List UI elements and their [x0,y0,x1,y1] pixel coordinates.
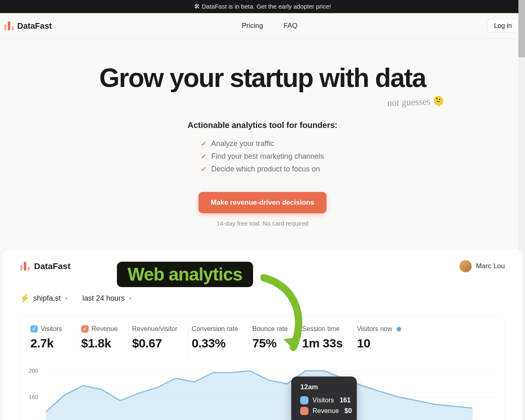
demo-brand-name: DataFast [34,261,71,271]
hero-subtitle: Actionable analytics tool for founders: [0,121,525,130]
hero: Grow your startup with data not guesses … [0,39,525,227]
hero-title: Grow your startup with data [99,64,426,92]
brand-name: DataFast [17,21,52,31]
stat-value: 0.33% [192,336,238,350]
chevron-down-icon: ▾ [65,295,68,301]
avatar [459,260,472,272]
check-icon: ✓ [201,153,206,160]
stat-visitors[interactable]: ✓ Visitors 2.7k [29,324,78,355]
square-icon [300,396,308,404]
feature-item: ✓ Decide which product to focus on [201,163,324,176]
stat-conversion[interactable]: Conversion rate 0.33% [188,324,249,355]
hero-cursive: not guesses 🫠 [387,96,445,109]
nav-pricing[interactable]: Pricing [242,22,263,30]
cta-button[interactable]: Make revenue-driven decisions [199,192,326,213]
visitors-chart [46,359,472,420]
tooltip-revenue-value: $0 [345,407,352,415]
cta-subtext: 14-day free trial. No card required [0,220,525,227]
site-selector[interactable]: ⚡ shipfa.st ▾ [20,294,68,303]
stat-value: 2.7k [30,336,67,350]
stat-label: Conversion rate [192,325,238,333]
scrollbar-thumb[interactable] [518,0,525,57]
stat-label: Revenue [91,325,118,333]
nav-faq[interactable]: FAQ [283,22,297,30]
analytics-demo: DataFast Marc Lou Web analytics ⚡ shipfa… [2,248,523,420]
stat-value: $0.67 [132,336,177,350]
stat-label: Bounce rate [252,325,288,333]
chart-tooltip: 12am Visitors 161 Revenue $0 [291,377,357,420]
check-icon: ✓ [201,165,206,173]
stat-revenue[interactable]: ✓ Revenue $1.8k [78,324,129,355]
checkbox-icon[interactable]: ✓ [81,325,89,333]
feature-text: Find your best marketing channels [211,152,324,161]
range-selector[interactable]: last 24 hours ▾ [82,294,132,303]
chart-area: 200 160 120 12am Visitors 161 [29,359,496,420]
tooltip-visitors-label: Visitors [313,397,334,404]
check-icon: ✓ [201,140,206,148]
logo-icon [20,262,30,271]
demo-brand: DataFast [20,261,71,271]
feature-text: Decide which product to focus on [211,165,320,173]
site-selector-label: shipfa.st [33,294,61,303]
logo-icon [2,21,14,30]
y-tick: 200 [29,368,38,374]
feature-item: ✓ Analyze your traffic [201,137,324,150]
chevron-down-icon: ▾ [129,295,132,301]
feature-text: Analyze your traffic [211,139,274,148]
demo-user-name: Marc Lou [476,262,505,270]
top-nav: DataFast Pricing FAQ Log in [0,13,525,39]
stat-value: 75% [252,336,288,350]
stat-label: Visitors now [357,325,392,333]
stat-label: Session time [302,325,340,333]
stat-value: $1.8k [81,336,118,350]
square-icon [300,407,308,415]
stat-label: Visitors [41,325,62,333]
brand[interactable]: DataFast [2,21,52,31]
demo-user[interactable]: Marc Lou [459,260,505,272]
stat-value: 1m 33s [302,336,343,350]
stat-rev-per-visitor[interactable]: Revenue/visitor $0.67 [129,324,188,355]
login-button[interactable]: Log in [487,19,518,33]
web-analytics-badge: Web analytics [117,262,253,287]
tooltip-visitors-value: 161 [340,397,351,404]
stats-card: ✓ Visitors 2.7k ✓ Revenue $1.8k Revenue/… [20,316,505,420]
feature-item: ✓ Find your best marketing channels [201,150,324,163]
bolt-icon: ⚡ [20,294,29,303]
stat-visitors-now[interactable]: Visitors now 10 [354,324,412,355]
live-dot-icon [397,327,401,331]
range-selector-label: last 24 hours [82,294,125,303]
checkbox-icon[interactable]: ✓ [30,325,38,333]
beta-banner[interactable]: 🛠 DataFast is in beta. Get the early ado… [0,0,525,13]
beta-banner-text: 🛠 DataFast is in beta. Get the early ado… [194,3,331,10]
stat-bounce[interactable]: Bounce rate 75% [249,324,299,355]
stat-label: Revenue/visitor [132,325,177,333]
stat-value: 10 [357,336,401,350]
demo-header: DataFast Marc Lou [20,260,505,272]
nav-links: Pricing FAQ [242,22,297,30]
tooltip-revenue-label: Revenue [313,407,339,415]
stats-row: ✓ Visitors 2.7k ✓ Revenue $1.8k Revenue/… [29,324,496,355]
y-tick: 160 [29,394,38,400]
demo-selectors: ⚡ shipfa.st ▾ last 24 hours ▾ [20,294,505,303]
stat-session[interactable]: Session time 1m 33s [299,324,354,355]
feature-list: ✓ Analyze your traffic ✓ Find your best … [201,137,324,176]
tooltip-time: 12am [300,383,348,391]
